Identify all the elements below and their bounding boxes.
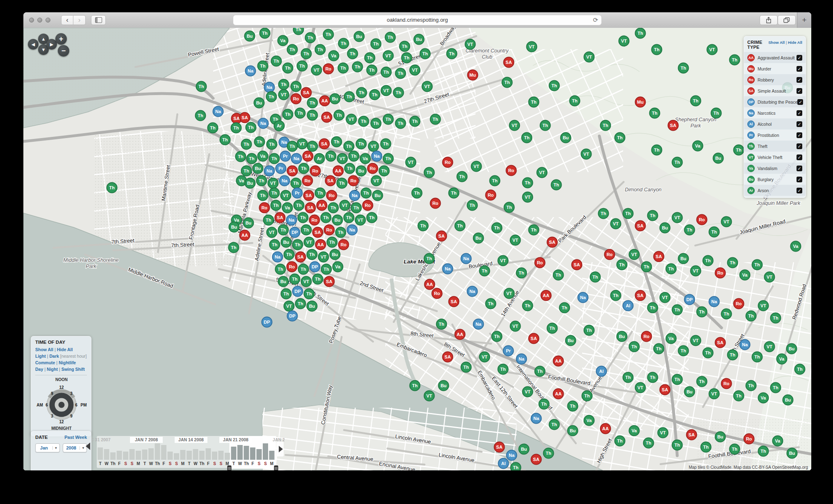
crime-type-checkbox[interactable]: ✓ xyxy=(797,177,802,182)
crime-marker-VT[interactable]: VT xyxy=(319,252,329,262)
crime-marker-Ar[interactable]: Ar xyxy=(314,154,325,164)
crime-marker-Th[interactable]: Th xyxy=(337,178,347,188)
crime-marker-Th[interactable]: Th xyxy=(396,68,406,79)
year-dropdown[interactable]: 2008 ▼ xyxy=(63,443,87,452)
crime-marker-Th[interactable]: Th xyxy=(344,141,354,152)
crime-marker-VT[interactable]: VT xyxy=(383,51,394,61)
crime-marker-VT[interactable]: VT xyxy=(709,389,719,399)
crime-marker-Ro[interactable]: Ro xyxy=(324,225,335,235)
crime-marker-Th[interactable]: Th xyxy=(344,213,354,223)
crime-marker-Bu[interactable]: Bu xyxy=(787,344,797,354)
crime-marker-Pr[interactable]: Pr xyxy=(503,346,514,356)
crime-marker-SA[interactable]: SA xyxy=(547,237,558,247)
crime-marker-Th[interactable]: Th xyxy=(570,96,580,106)
time-light-link[interactable]: Light xyxy=(35,354,46,359)
crime-marker-Th[interactable]: Th xyxy=(236,152,246,162)
crime-marker-SA[interactable]: SA xyxy=(635,221,646,231)
crime-marker-Th[interactable]: Th xyxy=(457,172,467,182)
crime-marker-Th[interactable]: Th xyxy=(553,270,564,280)
crime-marker-Va[interactable]: Va xyxy=(629,426,640,436)
crime-marker-VT[interactable]: VT xyxy=(691,336,701,346)
crime-marker-Th[interactable]: Th xyxy=(701,442,711,452)
crime-marker-SA[interactable]: SA xyxy=(319,139,330,149)
crime-marker-Th[interactable]: Th xyxy=(535,366,545,377)
crime-marker-Th[interactable]: Th xyxy=(264,215,274,225)
crime-type-checkbox[interactable]: ✓ xyxy=(797,77,802,83)
crime-marker-AA[interactable]: AA xyxy=(601,424,611,434)
crime-marker-Th[interactable]: Th xyxy=(678,63,689,73)
time-nightlife-link[interactable]: Nightlife xyxy=(59,360,76,365)
crime-marker-SA[interactable]: SA xyxy=(660,385,670,395)
crime-type-row-aa[interactable]: AAAggravated Assault✓ xyxy=(744,52,806,63)
crime-marker-Th[interactable]: Th xyxy=(795,364,805,375)
crime-marker-Th[interactable]: Th xyxy=(730,444,740,454)
crime-marker-Ro[interactable]: Ro xyxy=(259,203,270,213)
tab-overview-button[interactable] xyxy=(778,15,796,25)
crime-marker-Bu[interactable]: Bu xyxy=(715,432,726,442)
crime-marker-Na[interactable]: Na xyxy=(347,225,357,235)
crime-marker-AA[interactable]: AA xyxy=(316,240,326,250)
crime-marker-Bu[interactable]: Bu xyxy=(253,163,263,174)
crime-marker-Na[interactable]: Na xyxy=(372,151,382,161)
new-tab-button[interactable]: + xyxy=(797,12,811,28)
crime-marker-AA[interactable]: AA xyxy=(333,166,344,176)
timeline-handle-right[interactable] xyxy=(274,465,278,470)
crime-marker-Va[interactable]: Va xyxy=(258,151,268,161)
crime-marker-Ro[interactable]: Ro xyxy=(287,262,297,272)
crime-marker-Th[interactable]: Th xyxy=(540,120,551,131)
crime-marker-VT[interactable]: VT xyxy=(424,391,435,401)
crime-marker-Th[interactable]: Th xyxy=(410,116,420,127)
crime-marker-Th[interactable]: Th xyxy=(255,137,265,147)
crime-marker-SA[interactable]: SA xyxy=(287,166,298,176)
crime-marker-Th[interactable]: Th xyxy=(267,139,277,150)
crime-marker-AA[interactable]: AA xyxy=(553,389,564,399)
crime-marker-Th[interactable]: Th xyxy=(301,225,312,235)
crime-marker-Th[interactable]: Th xyxy=(307,250,317,260)
url-bar[interactable]: oakland.crimespotting.org ⟳ xyxy=(233,15,602,25)
crime-marker-Th[interactable]: Th xyxy=(370,90,380,100)
crime-marker-Th[interactable]: Th xyxy=(412,188,422,198)
back-button[interactable]: ‹ xyxy=(61,15,73,25)
crime-marker-Th[interactable]: Th xyxy=(623,209,633,219)
crime-marker-Th[interactable]: Th xyxy=(332,137,342,147)
crime-marker-VT[interactable]: VT xyxy=(660,293,670,303)
crime-marker-Th[interactable]: Th xyxy=(582,391,592,401)
crime-marker-DP[interactable]: DP xyxy=(685,295,695,305)
crime-marker-VT[interactable]: VT xyxy=(672,213,683,223)
crime-marker-SA[interactable]: SA xyxy=(305,203,316,213)
crime-marker-VT[interactable]: VT xyxy=(267,227,277,238)
crime-marker-Th[interactable]: Th xyxy=(599,209,609,219)
crime-marker-Bu[interactable]: Bu xyxy=(783,395,793,405)
crime-marker-Mu[interactable]: Mu xyxy=(635,97,646,107)
map-canvas[interactable]: Powell Street51st Street40th StreetAdeli… xyxy=(23,28,811,470)
crime-marker-Th[interactable]: Th xyxy=(551,180,562,190)
crime-marker-Th[interactable]: Th xyxy=(635,28,646,39)
crime-marker-Th[interactable]: Th xyxy=(486,299,496,309)
crime-marker-VT[interactable]: VT xyxy=(465,39,476,50)
crime-marker-DP[interactable]: DP xyxy=(293,286,303,297)
crime-marker-Th[interactable]: Th xyxy=(400,41,410,52)
crime-marker-Va[interactable]: Va xyxy=(773,436,783,446)
crime-marker-Ro[interactable]: Ro xyxy=(715,268,726,278)
crime-marker-Ro[interactable]: Ro xyxy=(291,94,301,104)
crime-marker-SA[interactable]: SA xyxy=(531,454,542,465)
crime-marker-Th[interactable]: Th xyxy=(246,123,256,133)
crime-marker-Th[interactable]: Th xyxy=(396,118,406,129)
crime-marker-VT[interactable]: VT xyxy=(635,383,646,393)
crime-marker-Ro[interactable]: Ro xyxy=(327,191,337,201)
crime-marker-Th[interactable]: Th xyxy=(648,303,658,313)
crime-marker-Th[interactable]: Th xyxy=(424,168,435,178)
crime-marker-Th[interactable]: Th xyxy=(305,33,316,43)
month-dropdown[interactable]: Jan ▼ xyxy=(35,443,60,452)
crime-marker-Th[interactable]: Th xyxy=(315,188,325,198)
crime-marker-Th[interactable]: Th xyxy=(359,116,369,127)
share-button[interactable] xyxy=(760,15,778,25)
crime-marker-VT[interactable]: VT xyxy=(346,114,357,125)
crime-marker-Th[interactable]: Th xyxy=(294,200,304,211)
crime-marker-Th[interactable]: Th xyxy=(220,135,230,145)
crime-marker-Th[interactable]: Th xyxy=(728,258,738,268)
crime-marker-Th[interactable]: Th xyxy=(492,331,502,342)
crime-marker-SA[interactable]: SA xyxy=(325,176,336,186)
crime-marker-Th[interactable]: Th xyxy=(271,200,281,211)
crime-marker-AA[interactable]: AA xyxy=(317,200,327,211)
